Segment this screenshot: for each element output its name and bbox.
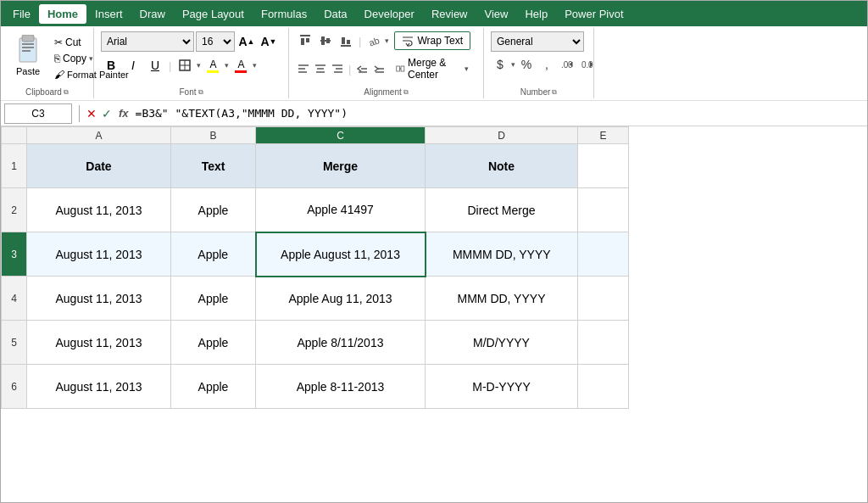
table-row: 3 August 11, 2013 Apple Apple August 11,… xyxy=(2,232,629,277)
cell-E1[interactable] xyxy=(578,144,629,188)
row-header-3[interactable]: 3 xyxy=(2,232,27,277)
menu-developer[interactable]: Developer xyxy=(356,4,423,24)
cell-E4[interactable] xyxy=(578,277,629,321)
col-header-D[interactable]: D xyxy=(426,127,578,144)
decrease-decimal-button[interactable]: 0.0 xyxy=(578,55,597,74)
cell-B5[interactable]: Apple xyxy=(171,321,256,365)
cell-E6[interactable] xyxy=(578,365,629,409)
copy-dropdown-icon[interactable]: ▾ xyxy=(89,54,93,63)
cell-C6[interactable]: Apple 8-11-2013 xyxy=(256,365,426,409)
font-face-select[interactable]: Arial Calibri Times New Roman xyxy=(101,31,194,52)
menu-review[interactable]: Review xyxy=(423,4,476,24)
cell-A6[interactable]: August 11, 2013 xyxy=(27,365,171,409)
paste-button[interactable]: Paste xyxy=(8,31,48,81)
merge-center-button[interactable]: Merge & Center ▾ xyxy=(388,53,476,84)
underline-button[interactable]: U xyxy=(145,55,165,75)
font-size-select[interactable]: 81012141618 xyxy=(196,31,235,52)
cell-A1[interactable]: Date xyxy=(27,144,171,188)
cell-D3[interactable]: MMMM DD, YYYY xyxy=(426,232,578,277)
percent-button[interactable]: % xyxy=(517,55,536,74)
orient-button[interactable]: ab xyxy=(364,31,383,50)
menu-draw[interactable]: Draw xyxy=(131,4,174,24)
cell-E5[interactable] xyxy=(578,321,629,365)
col-header-E[interactable]: E xyxy=(578,127,629,144)
border-button[interactable] xyxy=(175,55,195,75)
number-format-select[interactable]: General Number Currency Accounting Date … xyxy=(491,31,584,52)
name-box[interactable] xyxy=(4,103,72,124)
cell-D5[interactable]: M/D/YYYY xyxy=(426,321,578,365)
font-color-dropdown[interactable]: ▾ xyxy=(253,61,257,70)
align-top-button[interactable] xyxy=(296,31,314,50)
clipboard-expand-icon[interactable]: ⧉ xyxy=(64,88,69,97)
fx-button[interactable]: fx xyxy=(115,105,132,121)
cell-D1[interactable]: Note xyxy=(426,144,578,188)
table-row: 2 August 11, 2013 Apple Apple 41497 Dire… xyxy=(2,188,629,232)
menu-insert[interactable]: Insert xyxy=(86,4,131,24)
border-dropdown[interactable]: ▾ xyxy=(197,61,201,70)
menu-home[interactable]: Home xyxy=(39,4,86,24)
corner-cell[interactable] xyxy=(2,127,27,144)
col-header-C[interactable]: C xyxy=(256,127,426,144)
row-header-2[interactable]: 2 xyxy=(2,188,27,232)
currency-button[interactable]: $ xyxy=(491,55,509,74)
italic-button[interactable]: I xyxy=(123,55,143,75)
menu-data[interactable]: Data xyxy=(315,4,355,24)
row-header-4[interactable]: 4 xyxy=(2,277,27,321)
merge-dropdown[interactable]: ▾ xyxy=(465,64,469,73)
cell-E2[interactable] xyxy=(578,188,629,232)
row-header-6[interactable]: 6 xyxy=(2,365,27,409)
cell-B3[interactable]: Apple xyxy=(171,232,256,277)
align-bottom-button[interactable] xyxy=(337,31,355,50)
increase-font-button[interactable]: A▲ xyxy=(236,31,257,52)
font-expand-icon[interactable]: ⧉ xyxy=(198,88,203,97)
cell-C2[interactable]: Apple 41497 xyxy=(256,188,426,232)
cell-C5[interactable]: Apple 8/11/2013 xyxy=(256,321,426,365)
cell-A4[interactable]: August 11, 2013 xyxy=(27,277,171,321)
cell-B4[interactable]: Apple xyxy=(171,277,256,321)
cell-D6[interactable]: M-D-YYYY xyxy=(426,365,578,409)
decrease-indent-button[interactable] xyxy=(354,59,370,78)
col-header-A[interactable]: A xyxy=(27,127,171,144)
menu-view[interactable]: View xyxy=(476,4,517,24)
col-header-B[interactable]: B xyxy=(171,127,256,144)
orient-dropdown[interactable]: ▾ xyxy=(385,36,389,45)
confirm-formula-icon[interactable]: ✓ xyxy=(102,107,112,120)
fill-dropdown[interactable]: ▾ xyxy=(225,61,229,70)
row-header-1[interactable]: 1 xyxy=(2,144,27,188)
increase-indent-button[interactable] xyxy=(371,59,387,78)
align-right-button[interactable] xyxy=(330,59,345,78)
cell-C1[interactable]: Merge xyxy=(256,144,426,188)
align-center-button[interactable] xyxy=(313,59,328,78)
increase-decimal-button[interactable]: .00 xyxy=(558,55,576,74)
currency-dropdown[interactable]: ▾ xyxy=(511,60,515,69)
cell-B2[interactable]: Apple xyxy=(171,188,256,232)
menu-formulas[interactable]: Formulas xyxy=(253,4,315,24)
cell-B6[interactable]: Apple xyxy=(171,365,256,409)
decrease-font-button[interactable]: A▼ xyxy=(259,31,279,52)
alignment-expand-icon[interactable]: ⧉ xyxy=(403,88,409,97)
menu-page-layout[interactable]: Page Layout xyxy=(174,4,253,24)
cell-C4[interactable]: Apple Aug 11, 2013 xyxy=(256,277,426,321)
align-middle-button[interactable] xyxy=(316,31,335,50)
cell-D2[interactable]: Direct Merge xyxy=(426,188,578,232)
bold-button[interactable]: B xyxy=(101,55,121,75)
cell-D4[interactable]: MMM DD, YYYY xyxy=(426,277,578,321)
cell-C3[interactable]: Apple August 11, 2013 xyxy=(256,232,426,277)
cell-E3[interactable] xyxy=(578,232,629,277)
menu-file[interactable]: File xyxy=(4,4,39,24)
menu-power-pivot[interactable]: Power Pivot xyxy=(556,4,632,24)
menu-help[interactable]: Help xyxy=(516,4,556,24)
font-color-button[interactable]: A xyxy=(231,55,251,75)
align-left-button[interactable] xyxy=(296,59,311,78)
number-expand-icon[interactable]: ⧉ xyxy=(552,88,557,97)
cell-A5[interactable]: August 11, 2013 xyxy=(27,321,171,365)
comma-button[interactable]: , xyxy=(537,55,556,74)
cell-A2[interactable]: August 11, 2013 xyxy=(27,188,171,232)
cell-B1[interactable]: Text xyxy=(171,144,256,188)
formula-input[interactable] xyxy=(136,103,864,124)
wrap-text-button[interactable]: Wrap Text xyxy=(394,31,470,50)
fill-color-button[interactable]: A xyxy=(203,55,223,75)
row-header-5[interactable]: 5 xyxy=(2,321,27,365)
cancel-formula-icon[interactable]: ✕ xyxy=(86,107,97,120)
cell-A3[interactable]: August 11, 2013 xyxy=(27,232,171,277)
